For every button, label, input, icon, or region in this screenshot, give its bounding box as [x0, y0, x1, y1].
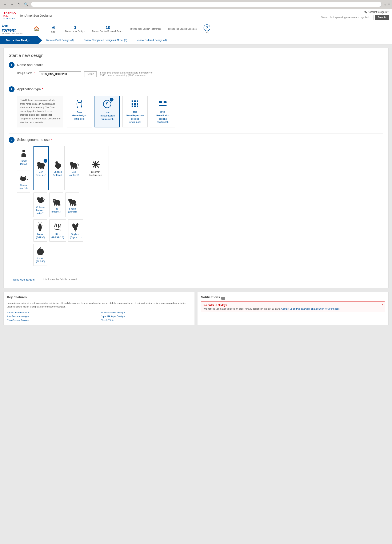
feature-link-panel-customizations[interactable]: Panel Customizations: [7, 311, 97, 314]
iontorrent-logo-section: ion torrent by Thermo Fisher Scientific: [2, 22, 26, 36]
step-2: 2 Application type * DNA Hotspot designs…: [9, 86, 383, 127]
step-1-header: 1 Name and details: [9, 62, 383, 68]
svg-rect-61: [75, 204, 76, 206]
soybean-icon: [71, 222, 81, 231]
step-2-header: 2 Application type *: [9, 86, 383, 92]
maize-label: Maize(AGPv3): [36, 233, 45, 239]
feature-link-rna-fusions[interactable]: RNA Custom Fusions: [7, 319, 97, 321]
review-draft-link[interactable]: Review Draft Designs (0): [42, 36, 79, 44]
details-text-area: Single pool design targeting hotspots in…: [100, 71, 152, 77]
genome-dog[interactable]: Dog(canfam3): [67, 146, 81, 190]
menu-icon[interactable]: ≡: [388, 3, 390, 6]
alert-link[interactable]: Contact us and we can work on a solution…: [281, 307, 340, 310]
tomato-icon: [35, 246, 46, 256]
svg-rect-8: [132, 103, 133, 105]
genome-row-4: Tomato(SL2.40): [34, 244, 108, 266]
notifications-badge: 1: [221, 297, 225, 300]
search-area: Search: [319, 15, 389, 20]
nav-browse-panels[interactable]: 18 Browse Our Ion Research Panels: [89, 22, 127, 36]
genome-row-2: Chinesehamster(crigri1): [34, 193, 108, 218]
nav-browse-designs[interactable]: 3 Browse Your Designs: [62, 22, 89, 36]
app-type-dna-hotspot[interactable]: $ ✓ DNAHotspot designs(single-pool): [94, 96, 120, 127]
svg-rect-60: [74, 204, 75, 206]
genome-custom-ref[interactable]: Custom Reference: [83, 146, 108, 190]
refresh-button[interactable]: ↻: [16, 2, 21, 7]
human-icon: [19, 149, 28, 158]
fisher-text: Fisher: [3, 15, 16, 18]
address-bar[interactable]: [31, 2, 382, 7]
next-button[interactable]: Next: Add Targets: [9, 276, 39, 283]
review-ordered-link[interactable]: Review Ordered Designs (0): [131, 36, 172, 44]
svg-rect-59: [72, 204, 73, 206]
hamster-label: Chinesehamster(crigri1): [36, 206, 45, 215]
genome-sheep[interactable]: Sheep(oviAri3): [65, 193, 79, 218]
feature-link-1pool[interactable]: 1-pool Hotspot Designs: [101, 315, 191, 318]
close-notification-button[interactable]: ×: [381, 303, 383, 306]
genome-chinese-hamster[interactable]: Chinesehamster(crigri1): [34, 193, 47, 218]
search-button[interactable]: Search: [375, 15, 389, 20]
app-header: Thermo Fisher SCIENTIFIC Ion AmpliSeq De…: [0, 9, 392, 22]
svg-point-20: [22, 150, 25, 152]
review-completed-link[interactable]: Review Completed Designs & Order (0): [79, 36, 131, 44]
feature-link-tips[interactable]: Tips & Tricks: [101, 319, 191, 321]
chicken-label: Chicken(galGal4): [53, 170, 62, 177]
design-name-label: Design Name *: [17, 71, 35, 75]
genome-maize[interactable]: Maize(AGPv3): [34, 219, 47, 242]
svg-rect-9: [134, 103, 136, 105]
search-input[interactable]: [319, 15, 374, 20]
step-1-title: Name and details: [17, 63, 43, 67]
app-description: DNA Hotspot designs may include small ho…: [17, 96, 63, 127]
genome-area: Human(hg19) Mouse(mm10): [9, 146, 383, 266]
nav-chip[interactable]: ⊞ Chip: [45, 22, 62, 36]
bookmark-icon[interactable]: ☆: [383, 2, 386, 6]
chip-label: Chip: [51, 30, 56, 33]
browse-custom-label: Browse Your Custom References: [130, 28, 161, 30]
app-title: Ion AmpliSeq Designer: [20, 14, 53, 17]
custom-ref-label: Custom Reference: [85, 170, 106, 177]
app-type-rna-fusion[interactable]: RNAGene Fusiondesigns(multi-pool): [150, 96, 175, 127]
genome-row-3: Maize(AGPv3) Rice(IRGSP-1.0): [34, 219, 108, 242]
genome-mouse[interactable]: Mouse(mm10): [17, 171, 30, 193]
genome-tomato[interactable]: Tomato(SL2.40): [34, 244, 47, 266]
genome-cow[interactable]: ✓ Cow(bosTau7): [34, 146, 49, 190]
pig-label: Pig(susScr3): [51, 207, 61, 213]
forward-button[interactable]: →: [9, 2, 15, 7]
genome-pig[interactable]: Pig(susScr3): [49, 193, 63, 218]
nav-browse-custom[interactable]: Browse Your Custom References: [127, 22, 165, 36]
svg-point-35: [55, 161, 58, 164]
genome-rice[interactable]: Rice(IRGSP-1.0): [49, 219, 66, 242]
nav-help[interactable]: ? Help: [200, 22, 214, 36]
back-button[interactable]: ←: [2, 2, 8, 7]
genome-chicken[interactable]: Chicken(galGal4): [51, 146, 65, 190]
genome-soybean[interactable]: Soybean(Glyma1.1): [68, 219, 83, 242]
iontorrent-logo: ion torrent by Thermo Fisher Scientific: [2, 24, 23, 34]
genome-left-column: Human(hg19) Mouse(mm10): [17, 146, 30, 266]
details-button[interactable]: Details: [84, 71, 97, 77]
nav-browse-preloaded[interactable]: Browse Pre-Loaded Genomes: [165, 22, 200, 36]
feature-link-any-genome[interactable]: Any Genome designs: [7, 315, 97, 318]
char-count: 1948 characters remaining (2000 maximum): [100, 74, 152, 77]
home-icon: 🏠: [34, 26, 39, 32]
svg-rect-14: [159, 101, 162, 103]
divider-3: [9, 272, 383, 272]
rna-fusion-label: RNAGene Fusiondesigns(multi-pool): [156, 111, 170, 124]
svg-rect-17: [164, 105, 167, 106]
rna-gene-icon: [130, 99, 140, 108]
nav-home[interactable]: 🏠: [28, 22, 45, 36]
svg-rect-11: [132, 106, 133, 107]
alert-body: We noticed you haven't placed an order f…: [204, 307, 281, 310]
app-type-dna-gene[interactable]: DNAGene designs(multi-pool): [67, 96, 92, 127]
sheep-icon: [67, 197, 77, 206]
genome-human[interactable]: Human(hg19): [17, 146, 30, 168]
app-type-rna-gene[interactable]: RNAGene Expressiondesigns(single-pool): [122, 96, 148, 127]
browse-designs-label: Browse Your Designs: [65, 30, 85, 33]
nav-items: 🏠 ⊞ Chip 3 Browse Your Designs 18 Browse…: [28, 22, 214, 36]
svg-rect-10: [137, 103, 138, 105]
account-label[interactable]: My Account: crogers ▾: [364, 11, 389, 13]
help-icon: ?: [204, 24, 210, 31]
feature-link-cfdna[interactable]: cfDNa & FFPE Designs: [101, 311, 191, 314]
step-3-header: 3 Select genome to use *: [9, 137, 383, 143]
design-name-input[interactable]: [39, 71, 81, 77]
start-design-button[interactable]: Start a New Design...: [0, 36, 42, 44]
maize-icon: [35, 222, 46, 231]
